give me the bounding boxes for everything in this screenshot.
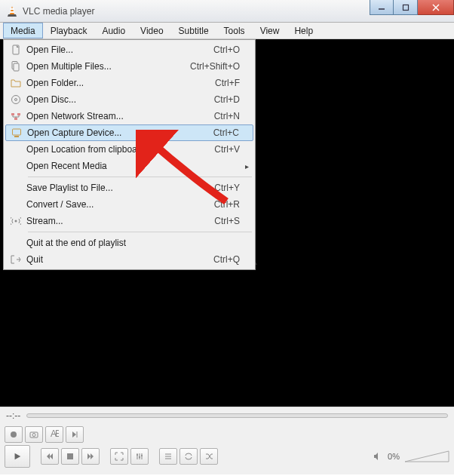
snapshot-button[interactable] [25, 426, 43, 443]
menu-playback[interactable]: Playback [43, 23, 95, 38]
svg-point-10 [15, 99, 17, 101]
menu-item-open-disc[interactable]: Open Disc...Ctrl+D [5, 91, 253, 108]
svg-text:B: B [55, 430, 59, 439]
prev-button[interactable] [41, 448, 59, 465]
seek-track[interactable] [26, 413, 448, 418]
seek-bar: --:-- [0, 407, 454, 423]
fullscreen-button[interactable] [110, 448, 128, 465]
menu-item-shortcut: Ctrl+Q [213, 254, 240, 265]
menu-view[interactable]: View [253, 23, 287, 38]
folder-icon [5, 78, 26, 88]
menu-item-open-recent-media[interactable]: Open Recent Media [5, 158, 253, 174]
stream-icon [5, 216, 26, 226]
menu-item-label: Open Capture Device... [27, 127, 204, 138]
menu-item-open-network-stream[interactable]: Open Network Stream...Ctrl+N [5, 108, 253, 124]
menu-item-open-file[interactable]: Open File...Ctrl+O [5, 41, 253, 58]
menu-item-shortcut: Ctrl+S [214, 216, 240, 226]
svg-rect-15 [14, 136, 19, 137]
menu-video[interactable]: Video [133, 23, 170, 38]
volume-icon[interactable] [373, 451, 383, 462]
quit-icon [5, 254, 26, 265]
files-icon [5, 61, 26, 72]
menu-item-shortcut: Ctrl+V [214, 144, 240, 155]
menu-item-shortcut: Ctrl+D [214, 94, 240, 105]
menu-item-shortcut: Ctrl+O [213, 45, 240, 55]
menu-item-label: Quit [26, 254, 204, 265]
menu-item-shortcut: Ctrl+F [215, 78, 240, 88]
record-button[interactable] [5, 426, 23, 443]
menu-help[interactable]: Help [287, 23, 321, 38]
menu-item-label: Open Network Stream... [26, 111, 205, 121]
disc-icon [5, 94, 26, 105]
window-close-button[interactable] [418, 0, 454, 15]
menu-item-shortcut: Ctrl+C [213, 127, 239, 138]
frame-step-button[interactable] [66, 426, 84, 443]
next-button[interactable] [81, 448, 100, 465]
menu-item-label: Quit at the end of playlist [26, 238, 240, 248]
menu-item-label: Open Recent Media [26, 161, 240, 171]
stop-button[interactable] [61, 448, 79, 465]
media-menu-dropdown: Open File...Ctrl+OOpen Multiple Files...… [3, 39, 256, 270]
menu-item-open-location-from-clipboard[interactable]: Open Location from clipboardCtrl+V [5, 141, 253, 158]
video-stage: Open File...Ctrl+OOpen Multiple Files...… [0, 39, 454, 407]
menu-tools[interactable]: Tools [216, 23, 253, 38]
menu-item-quit-at-the-end-of-playlist[interactable]: Quit at the end of playlist [5, 235, 253, 251]
menu-item-label: Open Multiple Files... [26, 61, 181, 72]
svg-rect-11 [11, 113, 14, 115]
menu-item-open-folder[interactable]: Open Folder...Ctrl+F [5, 75, 253, 91]
svg-point-27 [137, 454, 138, 456]
menu-item-label: Stream... [26, 216, 205, 226]
svg-rect-1 [10, 11, 14, 13]
menu-item-label: Convert / Save... [26, 199, 205, 210]
menu-item-convert-save[interactable]: Convert / Save...Ctrl+R [5, 196, 253, 213]
vlc-logo-icon [6, 5, 18, 17]
menu-item-open-capture-device[interactable]: Open Capture Device...Ctrl+C [5, 124, 253, 141]
file-icon [5, 45, 26, 55]
menu-item-stream[interactable]: Stream...Ctrl+S [5, 213, 253, 229]
shuffle-button[interactable] [200, 448, 218, 465]
menu-item-shortcut: Ctrl+N [214, 111, 240, 121]
playlist-button[interactable] [159, 448, 177, 465]
loop-button[interactable] [179, 448, 198, 465]
menu-item-label: Open Folder... [26, 78, 206, 88]
svg-point-29 [141, 455, 143, 456]
menu-media[interactable]: Media [3, 23, 43, 38]
svg-rect-8 [14, 63, 19, 71]
volume-slider[interactable] [404, 450, 449, 463]
svg-point-19 [32, 434, 35, 437]
play-button[interactable] [5, 445, 30, 468]
menu-subtitle[interactable]: Subtitle [171, 23, 216, 38]
svg-rect-12 [17, 113, 20, 115]
menu-item-label: Open Location from clipboard [26, 144, 205, 155]
svg-rect-13 [14, 118, 17, 120]
menu-separator [28, 177, 252, 177]
menu-item-label: Open Disc... [26, 94, 205, 105]
window-title: VLC media player [23, 6, 94, 17]
svg-rect-0 [11, 8, 14, 10]
svg-rect-23 [67, 453, 73, 459]
volume-percent: 0% [388, 452, 400, 461]
window-minimize-button[interactable] [370, 0, 394, 15]
menu-item-label: Open File... [26, 45, 204, 55]
network-icon [5, 111, 26, 121]
menu-item-shortcut: Ctrl+Shift+O [190, 61, 240, 72]
svg-point-16 [15, 220, 17, 223]
time-elapsed: --:-- [6, 410, 20, 421]
svg-rect-14 [13, 129, 21, 135]
menu-audio[interactable]: Audio [94, 23, 133, 38]
title-bar: VLC media player [0, 0, 454, 23]
menu-separator [28, 232, 252, 232]
ext-settings-button[interactable] [130, 448, 149, 465]
svg-point-17 [11, 431, 17, 438]
svg-point-9 [12, 96, 20, 104]
menu-item-shortcut: Ctrl+R [214, 199, 240, 210]
menu-item-save-playlist-to-file[interactable]: Save Playlist to File...Ctrl+Y [5, 180, 253, 196]
loop-ab-button[interactable]: AB [45, 426, 63, 443]
menu-item-open-multiple-files[interactable]: Open Multiple Files...Ctrl+Shift+O [5, 58, 253, 75]
svg-rect-3 [403, 5, 408, 10]
window-maximize-button[interactable] [394, 0, 418, 15]
menu-item-label: Save Playlist to File... [26, 183, 205, 193]
menu-item-quit[interactable]: QuitCtrl+Q [5, 251, 253, 268]
capture-icon [6, 127, 27, 138]
controls-panel: AB 0% [0, 423, 454, 474]
